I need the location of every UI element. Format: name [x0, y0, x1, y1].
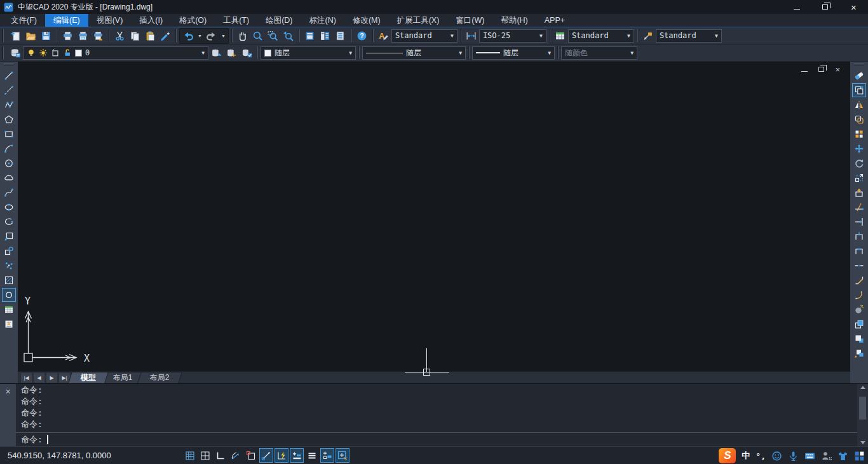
copy-button[interactable]: [127, 28, 142, 43]
sogou-logo-icon[interactable]: S: [719, 448, 736, 463]
line-tool[interactable]: [2, 69, 16, 83]
ortho-toggle[interactable]: [214, 448, 227, 463]
next-tab-button[interactable]: ▶: [46, 373, 57, 383]
emoji-icon[interactable]: [771, 451, 782, 461]
construction-line-tool[interactable]: [2, 83, 16, 97]
minimize-button[interactable]: [782, 0, 811, 14]
layer-properties-button[interactable]: [8, 45, 23, 60]
layer-states-manager-button[interactable]: [239, 45, 254, 60]
draw-order-tool[interactable]: [852, 346, 866, 360]
menu-item-file[interactable]: 文件(F): [3, 14, 45, 27]
paste-button[interactable]: [142, 28, 158, 43]
grid-toggle[interactable]: [183, 448, 197, 463]
cut-button[interactable]: [112, 28, 127, 43]
bring-to-front-tool[interactable]: [852, 317, 866, 331]
restore-button[interactable]: [811, 0, 839, 14]
circle-tool[interactable]: [2, 156, 16, 170]
close-button[interactable]: ×: [839, 0, 868, 14]
redo-dropdown-icon[interactable]: ▼: [219, 34, 227, 38]
annotation-scale-toggle[interactable]: [336, 448, 349, 463]
new-button[interactable]: [8, 28, 23, 43]
scroll-down-icon[interactable]: [860, 441, 865, 444]
redo-button[interactable]: [204, 28, 219, 43]
snap-toggle[interactable]: [198, 448, 212, 463]
menu-item-modify[interactable]: 修改(M): [344, 14, 389, 27]
fillet-tool[interactable]: [852, 288, 866, 302]
zoom-previous-button[interactable]: [281, 28, 296, 43]
command-close-icon[interactable]: ×: [5, 387, 10, 446]
menu-item-draw[interactable]: 绘图(D): [257, 14, 301, 27]
mirror-tool[interactable]: [852, 98, 866, 112]
region-tool[interactable]: [2, 288, 16, 302]
array-tool[interactable]: [852, 127, 866, 141]
lineweight-combo[interactable]: 随层▼: [472, 46, 555, 60]
menu-item-tools[interactable]: 工具(T): [215, 14, 257, 27]
annotation-visibility-toggle[interactable]: [320, 448, 334, 463]
revision-cloud-tool[interactable]: [2, 171, 16, 185]
voice-input-icon[interactable]: [788, 451, 799, 461]
mleader-style-icon[interactable]: [641, 28, 656, 43]
command-history[interactable]: 命令: 命令: 命令: 命令: 命令:: [16, 384, 857, 446]
make-object-layer-current-button[interactable]: [208, 45, 224, 60]
undo-button[interactable]: [180, 28, 196, 43]
dim-style-combo[interactable]: ISO-25▼: [479, 29, 546, 43]
layout-tab-layout2[interactable]: 布局2: [137, 372, 182, 383]
break-tool[interactable]: [852, 244, 866, 258]
explode-tool[interactable]: [852, 303, 866, 317]
insert-block-tool[interactable]: [2, 229, 16, 243]
move-tool[interactable]: [852, 142, 866, 156]
copy-tool[interactable]: [852, 83, 866, 97]
dim-style-icon[interactable]: [464, 28, 479, 43]
join-tool[interactable]: [852, 259, 866, 273]
scroll-up-icon[interactable]: [860, 386, 865, 389]
linetype-combo[interactable]: 随层▼: [362, 46, 466, 60]
send-to-back-tool[interactable]: [852, 332, 866, 346]
dynamic-input-toggle[interactable]: [275, 448, 288, 463]
mleader-style-combo[interactable]: Standard▼: [656, 29, 722, 43]
hatch-tool[interactable]: [2, 273, 16, 287]
drawing-canvas[interactable]: × Y X |◀ ◀ ▶: [18, 62, 850, 383]
publish-button[interactable]: [90, 28, 105, 43]
polygon-tool[interactable]: [2, 113, 16, 126]
chamfer-tool[interactable]: [852, 273, 866, 287]
properties-button[interactable]: [302, 28, 318, 43]
clothes-icon[interactable]: [837, 451, 848, 461]
pan-button[interactable]: [235, 28, 250, 43]
layer-previous-button[interactable]: [224, 45, 239, 60]
table-style-icon[interactable]: [553, 28, 568, 43]
ellipse-tool[interactable]: [2, 200, 16, 214]
layout-tab-model[interactable]: 模型: [68, 372, 109, 383]
color-combo[interactable]: 随层▼: [261, 46, 356, 60]
trim-tool[interactable]: [852, 200, 866, 214]
menu-item-window[interactable]: 窗口(W): [447, 14, 492, 27]
stretch-tool[interactable]: [852, 186, 866, 200]
scrollbar-thumb[interactable]: [859, 397, 866, 420]
punctuation-indicator[interactable]: °,: [756, 451, 766, 461]
ellipse-arc-tool[interactable]: [2, 215, 16, 229]
menu-item-dimension[interactable]: 标注(N): [301, 14, 344, 27]
point-tool[interactable]: [2, 259, 16, 273]
arc-tool[interactable]: [2, 142, 16, 156]
object-track-toggle[interactable]: [259, 448, 273, 463]
doc-restore-button[interactable]: [818, 67, 824, 72]
prev-tab-button[interactable]: ◀: [34, 373, 44, 383]
chinese-mode-indicator[interactable]: 中: [742, 450, 750, 461]
menu-item-help[interactable]: 帮助(H): [492, 14, 536, 27]
menu-item-view[interactable]: 视图(V): [88, 14, 132, 27]
rectangle-tool[interactable]: [2, 127, 16, 141]
offset-tool[interactable]: [852, 113, 866, 126]
spline-tool[interactable]: [2, 186, 16, 200]
table-tool[interactable]: [2, 303, 16, 317]
plot-button[interactable]: [60, 28, 75, 43]
lineweight-toggle[interactable]: [290, 448, 304, 463]
break-at-point-tool[interactable]: [852, 229, 866, 243]
doc-close-button[interactable]: ×: [835, 65, 840, 74]
model-space-toggle[interactable]: [305, 448, 319, 463]
help-button[interactable]: ?: [355, 28, 370, 43]
first-tab-button[interactable]: |◀: [21, 373, 32, 383]
extend-tool[interactable]: [852, 215, 866, 229]
menu-item-edit[interactable]: 编辑(E): [45, 14, 88, 27]
erase-tool[interactable]: [852, 69, 866, 83]
save-button[interactable]: [38, 28, 53, 43]
make-block-tool[interactable]: [2, 244, 16, 258]
